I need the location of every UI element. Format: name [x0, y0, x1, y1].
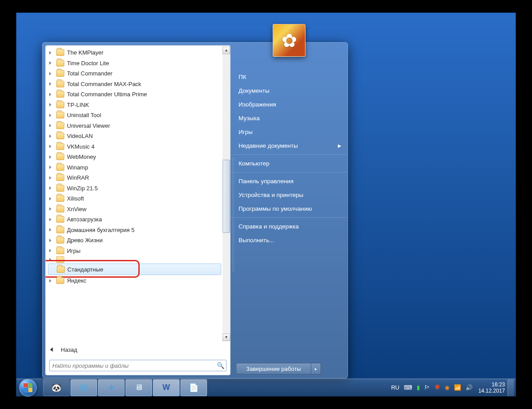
program-folder-item[interactable]: WinRAR — [47, 173, 229, 183]
language-indicator[interactable]: RU — [391, 384, 399, 391]
expand-triangle-icon — [49, 103, 51, 106]
right-panel-item[interactable]: Недавние документы▶ — [231, 139, 348, 153]
program-folder-item[interactable]: The KMPlayer — [47, 47, 229, 58]
right-panel-item[interactable]: Музыка — [231, 111, 348, 125]
right-panel-item[interactable]: Документы — [231, 84, 348, 98]
desktop: The KMPlayerTime Doctor LiteTotal Comman… — [16, 12, 516, 397]
folder-icon — [57, 266, 65, 273]
program-folder-item[interactable]: Total Commander Ultima Prime — [47, 89, 229, 100]
right-panel-item[interactable]: ПК — [231, 70, 348, 84]
program-folder-item[interactable]: WinZip 21.5 — [47, 183, 229, 194]
expand-triangle-icon — [49, 124, 51, 127]
program-folder-item-highlighted[interactable]: Стандартные — [48, 263, 221, 275]
right-panel-item[interactable]: Игры — [231, 125, 348, 139]
folder-icon — [56, 60, 64, 67]
folder-icon — [56, 91, 64, 98]
program-folder-item[interactable]: Xilisoft — [47, 193, 229, 204]
tray-green-icon[interactable]: ▮ — [417, 384, 420, 391]
scroll-down-button[interactable]: ▼ — [223, 334, 230, 341]
program-folder-item[interactable]: Total Commander — [47, 68, 229, 79]
tray-shield-icon[interactable]: ⛊ — [434, 384, 440, 391]
taskbar-button-panda[interactable]: 🐼 — [43, 379, 70, 396]
right-panel-label: Изображения — [239, 101, 276, 108]
program-folder-label: TP-LINK — [67, 102, 89, 108]
program-folder-item[interactable]: VKMusic 4 — [47, 142, 229, 152]
program-folder-item[interactable]: XnView — [47, 204, 229, 215]
right-panel-label: Музыка — [239, 115, 260, 122]
right-panel-item[interactable]: Справка и поддержка — [231, 217, 348, 233]
expand-triangle-icon — [49, 61, 51, 65]
shutdown-options-arrow[interactable]: ▸ — [311, 363, 321, 374]
right-panel-item[interactable]: Компьютер — [231, 154, 348, 170]
program-folder-item[interactable]: Time Doctor Lite — [47, 58, 229, 69]
scroll-up-button[interactable]: ▲ — [223, 47, 230, 54]
program-folder-item[interactable]: TP-LINK — [47, 100, 229, 110]
program-folder-label: WebMoney — [67, 153, 96, 160]
program-folder-label: Total Commander — [67, 70, 113, 77]
tray-flag-icon[interactable]: 🏳 — [424, 384, 430, 391]
program-folder-item[interactable]: Universal Viewer — [47, 121, 229, 131]
taskbar: 🐼 Ⓢ ✈ 🖥 W 📄 RU ⌨ ▮ 🏳 ⛊ ◉ 📶 🔊 16:23 14.12… — [16, 378, 516, 396]
expand-triangle-icon — [49, 207, 51, 211]
right-panel-label: Программы по умолчанию — [239, 205, 312, 212]
taskbar-button-telegram[interactable]: ✈ — [98, 379, 125, 396]
scrollbar[interactable]: ▲ ▼ — [223, 47, 230, 341]
program-folder-label: Яндекс — [67, 277, 86, 284]
flower-icon: ✿ — [282, 30, 297, 51]
right-panel-label: Компьютер — [239, 160, 270, 167]
program-folder-label: Домашняя бухгалтерия 5 — [67, 227, 135, 233]
program-folder-item[interactable]: WebMoney — [47, 152, 229, 162]
program-folder-item[interactable]: Uninstall Tool — [47, 110, 229, 121]
folder-icon — [56, 153, 64, 160]
highlighted-row-wrapper: Стандартные — [47, 263, 229, 275]
program-folder-label: Total Commander MAX-Pack — [67, 81, 141, 87]
expand-triangle-icon — [49, 93, 51, 96]
right-panel-item[interactable]: Программы по умолчанию — [231, 202, 348, 216]
expand-triangle-icon — [49, 51, 51, 55]
volume-icon[interactable]: 🔊 — [466, 384, 473, 391]
right-panel-label: Игры — [239, 129, 253, 135]
taskbar-button-word[interactable]: W — [153, 379, 180, 396]
shutdown-button[interactable]: Завершение работы — [236, 363, 311, 374]
folder-icon — [56, 164, 64, 171]
scroll-thumb[interactable] — [223, 160, 230, 233]
right-panel-label: Справка и поддержка — [239, 223, 299, 230]
right-panel-item[interactable]: Панель управления — [231, 172, 348, 188]
user-avatar[interactable]: ✿ — [273, 24, 305, 57]
scroll-track[interactable] — [223, 54, 230, 334]
folder-icon — [56, 49, 64, 56]
program-folder-item[interactable]: Домашняя бухгалтерия 5 — [47, 225, 229, 236]
start-orb[interactable] — [19, 379, 37, 397]
system-tray: RU ⌨ ▮ 🏳 ⛊ ◉ 📶 🔊 16:23 14.12.2017 — [389, 379, 516, 396]
right-panel-item[interactable]: Изображения — [231, 98, 348, 111]
keyboard-icon[interactable]: ⌨ — [404, 384, 412, 391]
search-input[interactable] — [52, 362, 217, 369]
taskbar-button-monitor[interactable]: 🖥 — [125, 379, 152, 396]
shutdown-split-button[interactable]: Завершение работы ▸ — [236, 363, 321, 374]
right-panel-item[interactable]: Устройства и принтеры — [231, 188, 348, 202]
program-folder-item[interactable]: Total Commander MAX-Pack — [47, 79, 229, 90]
start-menu: The KMPlayerTime Doctor LiteTotal Comman… — [42, 42, 348, 378]
search-box[interactable]: 🔍 — [49, 360, 227, 371]
tray-orange-icon[interactable]: ◉ — [445, 384, 450, 391]
program-folder-item[interactable]: VideoLAN — [47, 131, 229, 142]
program-folder-item[interactable]: Автозагрузка — [47, 214, 229, 225]
expand-triangle-icon — [49, 197, 51, 201]
program-folder-item[interactable]: Древо Жизни — [47, 235, 229, 246]
right-panel-item[interactable]: Выполнить... — [231, 233, 348, 247]
program-folder-item[interactable]: Winamp — [47, 162, 229, 173]
clock[interactable]: 16:23 14.12.2017 — [478, 381, 505, 394]
network-icon[interactable]: 📶 — [454, 384, 461, 391]
expand-triangle-icon — [49, 228, 51, 232]
program-folder-item[interactable] — [47, 256, 229, 263]
program-folder-item[interactable]: Игры — [47, 246, 229, 256]
folder-icon — [56, 277, 64, 284]
start-menu-right-panel: ✿ ПКДокументыИзображенияМузыкаИгрыНедавн… — [231, 43, 348, 378]
show-desktop-button[interactable] — [508, 379, 514, 396]
clock-time: 16:23 — [492, 381, 505, 388]
taskbar-button-notepad[interactable]: 📄 — [180, 379, 207, 396]
program-folder-item[interactable]: Яндекс — [47, 275, 229, 286]
start-menu-left-panel: The KMPlayerTime Doctor LiteTotal Comman… — [45, 45, 231, 375]
back-button[interactable]: Назад — [46, 342, 230, 357]
taskbar-button-skype[interactable]: Ⓢ — [70, 379, 97, 396]
